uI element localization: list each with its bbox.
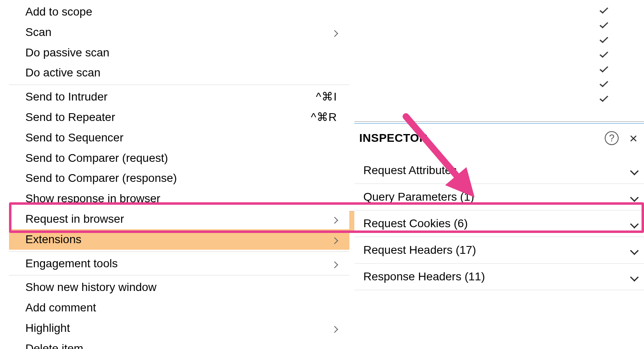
- menu-label: Engagement tools: [25, 256, 328, 271]
- inspector-row-label: Request Attributes: [363, 164, 631, 177]
- menu-item-show-new-history-window[interactable]: Show new history window: [9, 277, 349, 298]
- menu-item-add-to-scope[interactable]: Add to scope: [9, 2, 349, 22]
- menu-item-delete-item[interactable]: Delete item: [9, 338, 349, 349]
- menu-item-highlight[interactable]: Highlight: [9, 318, 349, 338]
- menu-item-engagement-tools[interactable]: Engagement tools: [9, 253, 349, 274]
- menu-label: Delete item: [25, 341, 337, 349]
- chevron-down-icon: [631, 190, 637, 204]
- menu-shortcut: ^⌘I: [316, 89, 337, 105]
- menu-label: Highlight: [25, 320, 328, 336]
- checkmark-icon: [599, 65, 609, 74]
- menu-label: Add comment: [25, 300, 337, 315]
- checkmark-icon: [599, 35, 609, 45]
- menu-label: Do passive scan: [25, 45, 337, 60]
- chevron-right-icon: [328, 232, 337, 247]
- inspector-row-label: Query Parameters (1): [363, 190, 631, 204]
- inspector-row-label: Response Headers (11): [363, 270, 631, 283]
- inspector-row-label: Request Headers (17): [363, 244, 631, 257]
- menu-label: Scan: [25, 25, 328, 40]
- menu-item-request-in-browser[interactable]: Request in browser: [9, 209, 349, 229]
- inspector-row-request-headers[interactable]: Request Headers (17): [354, 237, 644, 264]
- menu-item-send-to-sequencer[interactable]: Send to Sequencer: [9, 128, 349, 148]
- menu-group: Show new history window Add comment High…: [9, 275, 349, 349]
- checkmarks-column: [599, 6, 609, 104]
- menu-label: Do active scan: [25, 65, 337, 81]
- menu-label: Show new history window: [25, 280, 337, 295]
- close-icon[interactable]: ×: [629, 131, 637, 145]
- menu-item-extensions[interactable]: Extensions: [9, 229, 349, 250]
- menu-label: Send to Repeater: [25, 110, 311, 125]
- inspector-panel: INSPECTOR ? × Request Attributes Query P…: [354, 124, 644, 290]
- chevron-down-icon: [631, 244, 637, 257]
- inspector-header: INSPECTOR ? ×: [354, 124, 644, 157]
- menu-item-scan[interactable]: Scan: [9, 22, 349, 43]
- chevron-down-icon: [631, 217, 637, 230]
- divider: [354, 121, 644, 122]
- inspector-title: INSPECTOR: [359, 132, 605, 145]
- checkmark-icon: [599, 79, 609, 89]
- chevron-right-icon: [328, 211, 337, 227]
- menu-item-do-passive-scan[interactable]: Do passive scan: [9, 43, 349, 63]
- menu-shortcut: ^⌘R: [311, 110, 337, 125]
- menu-label: Send to Intruder: [25, 89, 316, 105]
- help-icon[interactable]: ?: [605, 131, 619, 145]
- menu-label: Send to Comparer (response): [25, 170, 337, 186]
- menu-label: Add to scope: [25, 4, 337, 20]
- inspector-row-response-headers[interactable]: Response Headers (11): [354, 264, 644, 290]
- chevron-right-icon: [328, 256, 337, 271]
- menu-label: Send to Sequencer: [25, 130, 337, 145]
- menu-label: Show response in browser: [25, 191, 337, 206]
- menu-item-send-to-comparer-req[interactable]: Send to Comparer (request): [9, 148, 349, 168]
- menu-item-add-comment[interactable]: Add comment: [9, 298, 349, 318]
- checkmark-icon: [599, 20, 609, 30]
- chevron-right-icon: [328, 25, 337, 40]
- menu-item-do-active-scan[interactable]: Do active scan: [9, 63, 349, 83]
- menu-group: Send to Intruder ^⌘I Send to Repeater ^⌘…: [9, 85, 349, 251]
- inspector-row-request-attributes[interactable]: Request Attributes: [354, 157, 644, 184]
- menu-item-show-response-in-browser[interactable]: Show response in browser: [9, 188, 349, 209]
- inspector-row-label: Request Cookies (6): [363, 217, 631, 230]
- menu-group: Add to scope Scan Do passive scan Do act…: [9, 0, 349, 85]
- chevron-down-icon: [631, 164, 637, 177]
- inspector-row-query-parameters[interactable]: Query Parameters (1): [354, 184, 644, 210]
- menu-label: Request in browser: [25, 211, 328, 227]
- inspector-row-request-cookies[interactable]: Request Cookies (6): [354, 210, 644, 237]
- chevron-right-icon: [328, 320, 337, 336]
- menu-group: Engagement tools: [9, 252, 349, 276]
- menu-item-send-to-repeater[interactable]: Send to Repeater ^⌘R: [9, 107, 349, 128]
- chevron-down-icon: [631, 270, 637, 283]
- checkmark-icon: [599, 94, 609, 104]
- menu-label: Extensions: [25, 232, 328, 247]
- menu-label: Send to Comparer (request): [25, 150, 337, 166]
- menu-item-send-to-intruder[interactable]: Send to Intruder ^⌘I: [9, 87, 349, 107]
- checkmark-icon: [599, 6, 609, 16]
- context-menu: Add to scope Scan Do passive scan Do act…: [9, 0, 349, 349]
- menu-item-send-to-comparer-resp[interactable]: Send to Comparer (response): [9, 168, 349, 188]
- checkmark-icon: [599, 50, 609, 60]
